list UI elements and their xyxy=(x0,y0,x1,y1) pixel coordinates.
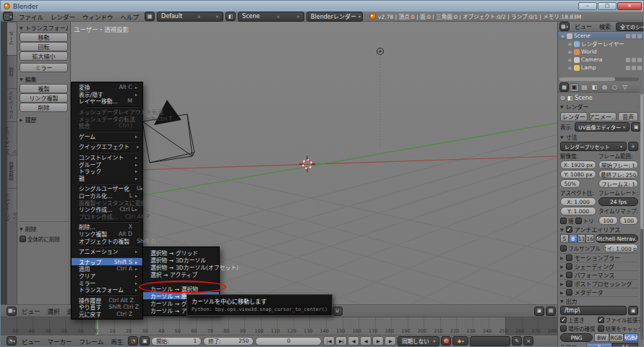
outliner-menu[interactable]: ビュー xyxy=(571,22,596,30)
tool-button-mirror[interactable]: ミラー xyxy=(20,63,68,72)
panel-checkbox[interactable] xyxy=(566,280,572,287)
timeline-menu[interactable]: ビュー xyxy=(18,337,44,346)
record-button[interactable] xyxy=(441,336,451,346)
layout-selector[interactable]: Default + × xyxy=(157,12,223,22)
tool-button[interactable]: 移動 xyxy=(20,33,68,42)
tab-object[interactable]: ○ xyxy=(610,83,619,92)
outliner-row[interactable]: ⊕ レンダーレイヤー xyxy=(558,40,644,48)
restrict-icons[interactable] xyxy=(626,58,644,62)
timeline-menu[interactable]: マーカー xyxy=(44,337,76,346)
current-frame-field[interactable]: 0 xyxy=(255,337,322,346)
properties-scrollbar[interactable] xyxy=(640,94,644,340)
object-menu-item[interactable]: レイヤー移動... M xyxy=(72,98,142,105)
render-button[interactable]: レンダー xyxy=(560,112,588,121)
panel-header-edit[interactable]: ▼ 編集 :: xyxy=(20,74,68,83)
tool-button[interactable]: 回転 xyxy=(20,42,68,51)
object-menu-item[interactable]: 親 xyxy=(72,175,142,182)
editor-type-info-icon[interactable]: ⓘ▾ xyxy=(3,12,13,21)
snap-menu-item[interactable]: カーソル → 選択物 xyxy=(143,285,219,292)
restrict-icons[interactable] xyxy=(626,34,644,38)
maximize-button[interactable]: ▢ xyxy=(598,2,617,10)
playback-button[interactable]: ◀ xyxy=(348,336,359,346)
outliner-row[interactable]: ⊕ Scene xyxy=(558,32,644,40)
collapsed-panel-header[interactable]: ▶ シェーディング :: xyxy=(560,262,638,270)
playback-button[interactable]: ▶ xyxy=(385,336,396,346)
editor-type-properties-icon[interactable]: ▦ xyxy=(559,82,569,92)
frame-end-field[interactable]: 終了:250 xyxy=(203,337,254,346)
file-extension-checkbox[interactable]: ✓ xyxy=(598,317,604,323)
full-sample-checkbox[interactable] xyxy=(560,245,567,252)
tool-button[interactable]: リンク複製 xyxy=(20,93,68,103)
tab-world[interactable]: ◍ xyxy=(600,83,609,92)
delete-scene-icon[interactable]: × xyxy=(296,14,300,19)
snap-menu-item[interactable]: 選択物 → グリッド xyxy=(143,249,219,256)
color-depth-toggle[interactable]: 16 xyxy=(612,343,638,347)
tool-shelf-tab[interactable]: 作成 xyxy=(7,55,17,88)
snap-magnet-icon[interactable]: ∪ xyxy=(332,307,343,316)
output-path-field[interactable]: /tmp\ xyxy=(560,306,627,315)
panel-header-render[interactable]: ▼ レンダー :: xyxy=(560,102,638,111)
aspect-y-field[interactable]: Y: 1.000 xyxy=(560,207,596,215)
editor-type-timeline-icon[interactable]: ◔▾ xyxy=(7,336,17,346)
delete-keyframe-icon[interactable]: × xyxy=(523,336,533,346)
color-mode-toggle[interactable]: RGB xyxy=(609,333,624,342)
delete-globally-checkbox[interactable] xyxy=(20,236,26,242)
collapsed-panel-header[interactable]: ▶ ポストプロセッシング :: xyxy=(560,279,638,288)
add-scene-icon[interactable]: + xyxy=(276,14,280,19)
editor-type-3dview-icon[interactable]: ▦▾ xyxy=(7,307,17,316)
insert-keyframe-icon[interactable]: ✎ xyxy=(512,336,522,346)
panel-header-output[interactable]: ▼ 出力 :: xyxy=(560,296,638,305)
snap-menu-item[interactable]: 選択 → アクティブ xyxy=(143,270,219,278)
collapsed-panel-header[interactable]: ▶ メタデータ :: xyxy=(560,288,638,296)
close-button[interactable]: × xyxy=(617,2,642,10)
collapsed-panel-header[interactable]: ▶ モーションブラー :: xyxy=(560,253,638,262)
resolution-percent-field[interactable]: 50% xyxy=(560,179,580,188)
folder-icon[interactable]: ▣ xyxy=(628,306,638,315)
tool-shelf-tab[interactable]: グリースペンシル xyxy=(7,188,17,221)
color-depth-toggle[interactable]: 8 xyxy=(586,343,612,347)
object-menu-item[interactable]: オブジェクトの複製 Shift D xyxy=(72,237,142,244)
panel-checkbox[interactable] xyxy=(566,254,572,261)
viewport-menu[interactable]: 選択 xyxy=(44,307,64,315)
panel-header-dimensions[interactable]: ▼ 寸法 :: xyxy=(560,132,638,141)
placeholder-checkbox[interactable] xyxy=(560,325,567,332)
panel-header-antialiasing[interactable]: ▼ ✓ アンチエイリアス :: xyxy=(560,225,638,234)
scene-selector[interactable]: Scene + × xyxy=(238,12,304,22)
render-engine-selector[interactable]: Blenderレンダー▾ xyxy=(306,12,363,22)
object-menu-item[interactable]: 統合 Ctrl J xyxy=(72,122,142,129)
render-opengl-icon[interactable]: ▣ xyxy=(534,307,544,316)
tab-scene[interactable]: ◧ xyxy=(590,83,599,92)
tool-shelf-tab[interactable]: リレーション xyxy=(7,88,17,121)
sync-mode-selector[interactable]: 同期しない▾ xyxy=(398,336,439,346)
timeline-menu[interactable]: フレーム xyxy=(76,337,108,346)
remap-new-field[interactable]: 100 xyxy=(619,216,638,225)
topbar-menu[interactable]: ヘルプ xyxy=(117,12,143,21)
expander-icon[interactable]: ⊕ xyxy=(561,33,565,38)
expander-icon[interactable]: ⊕ xyxy=(568,57,572,62)
tool-button[interactable]: 複製 xyxy=(20,84,68,93)
file-format-selector[interactable]: PNG xyxy=(560,333,593,342)
aa-samples-toggle[interactable]: 5 xyxy=(560,234,569,243)
aa-samples-toggle[interactable]: 8 xyxy=(569,234,578,243)
frame-step-field[interactable]: フレームス: 1 xyxy=(598,179,638,188)
tab-data[interactable]: ▽ xyxy=(620,83,630,92)
outliner-scrollbar[interactable] xyxy=(559,77,639,81)
tool-shelf-tab[interactable]: 物理演算 xyxy=(7,155,17,188)
frame-start-field[interactable]: 開始フレー: 1 xyxy=(598,160,638,169)
remap-old-field[interactable]: 100 xyxy=(598,216,617,225)
keying-set-selector[interactable]: ◆▾ xyxy=(452,336,468,346)
tool-button[interactable]: 削除 xyxy=(20,103,68,112)
tab-render[interactable]: ▣ xyxy=(570,83,579,92)
outliner-menu[interactable]: 検索 xyxy=(596,22,614,30)
frame-end-field[interactable]: 最終フレ: 250 xyxy=(598,170,638,179)
topbar-menu[interactable]: ファイル xyxy=(15,12,47,21)
playback-button[interactable]: ◀ xyxy=(360,336,372,346)
tool-button[interactable]: 拡大縮小 xyxy=(20,51,68,61)
timeline-menu[interactable]: 再生 xyxy=(107,337,126,346)
aa-filter-selector[interactable]: Mitchell-Netrav... xyxy=(596,234,638,243)
border-checkbox[interactable] xyxy=(560,218,567,224)
framerate-selector[interactable]: 24 fps xyxy=(598,197,638,206)
minimize-button[interactable]: ‒ xyxy=(578,2,597,10)
object-menu-item[interactable]: アニメーション xyxy=(72,248,142,255)
snap-menu-item[interactable] xyxy=(143,278,219,285)
